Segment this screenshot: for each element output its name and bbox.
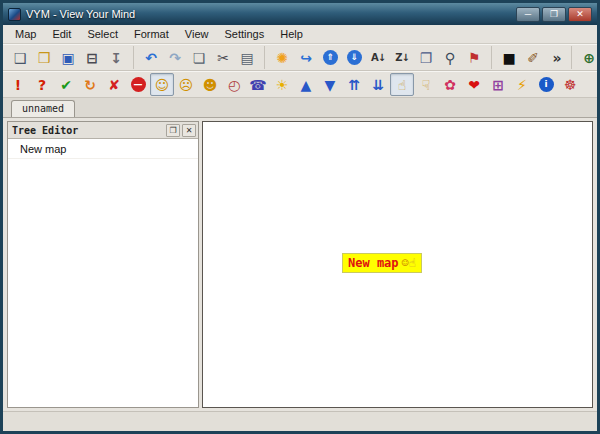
zoom-in-button[interactable]: ⊕ [577, 46, 600, 69]
smiley-happy-icon: ☺ [402, 256, 409, 270]
flag-arrow-up-button[interactable]: ▲ [294, 73, 318, 96]
export-map-button[interactable]: ↧ [104, 46, 128, 69]
toolbar-group: ❑❒▣⊟↧ [6, 46, 130, 69]
flag-present-button[interactable]: ⊞ [486, 73, 510, 96]
flag-heart-button[interactable]: ❤ [462, 73, 486, 96]
question-icon: ? [38, 78, 46, 92]
toolbar-overflow-button[interactable]: » [545, 46, 569, 69]
sort-za-icon: Z↓ [395, 53, 409, 63]
relink-branch-button[interactable]: ↪ [294, 46, 318, 69]
map-canvas[interactable]: New map ☺☝ [202, 121, 593, 408]
flag-smiley-good-button[interactable]: ☺ [150, 73, 174, 96]
undo-button[interactable]: ↶ [139, 46, 163, 69]
standard-color-button[interactable]: ■ [497, 46, 521, 69]
map-node-new-map[interactable]: New map ☺☝ [342, 253, 422, 273]
menu-map[interactable]: Map [7, 26, 44, 42]
toolbar-group: ✺↪⇑⇓A↓Z↓❐⚲⚑ [264, 46, 488, 69]
cut-button[interactable]: ✂ [211, 46, 235, 69]
chevron-right-icon: » [552, 51, 561, 65]
flag-flash-button[interactable]: ⚡ [510, 73, 534, 96]
open-folder-icon: ❒ [38, 51, 51, 65]
checkmark-icon: ✔ [60, 78, 72, 92]
arrow-down-icon: ▼ [325, 78, 336, 92]
floppy-disk-icon: ▣ [61, 51, 74, 65]
flag-2arrow-down-button[interactable]: ⇊ [366, 73, 390, 96]
flag-info-button[interactable]: i [534, 73, 558, 96]
stop-sign-icon: — [131, 77, 146, 92]
menu-view[interactable]: View [177, 26, 217, 42]
cross-icon: ✘ [108, 78, 120, 92]
titlebar[interactable]: VYM - View Your Mind ─ ❐ ✕ [3, 3, 597, 25]
sort-children-az-button[interactable]: A↓ [366, 46, 390, 69]
tab-unnamed[interactable]: unnamed [11, 100, 75, 117]
flag-question-button[interactable]: ? [30, 73, 54, 96]
thumb-up-icon: ☝ [398, 78, 407, 92]
toolbar-group: ↶↷❏✂▤ [133, 46, 261, 69]
copy-button[interactable]: ❏ [187, 46, 211, 69]
add-branch-button[interactable]: ✺ [270, 46, 294, 69]
close-panel-button[interactable]: ✕ [182, 124, 196, 137]
print-button[interactable]: ⊟ [80, 46, 104, 69]
thumb-down-icon: ☟ [422, 78, 431, 92]
minimize-button[interactable]: ─ [516, 7, 540, 22]
menu-select[interactable]: Select [79, 26, 126, 42]
new-document-icon: ❑ [14, 51, 27, 65]
menu-format[interactable]: Format [126, 26, 177, 42]
flag-arrow-down-button[interactable]: ▼ [318, 73, 342, 96]
move-branch-up-button[interactable]: ⇑ [318, 46, 342, 69]
curved-arrow-icon: ↪ [300, 51, 312, 65]
flag-thumb-down-button[interactable]: ☟ [414, 73, 438, 96]
double-arrow-up-icon: ⇈ [348, 78, 360, 92]
flag-wip-button[interactable]: ↻ [78, 73, 102, 96]
map-node-label: New map [348, 256, 399, 270]
close-button[interactable]: ✕ [568, 7, 592, 22]
flag-smiley-omg-button[interactable]: ☻ [198, 73, 222, 96]
content-area: Tree Editor ❐ ✕ New map New map ☺☝ [3, 118, 597, 411]
flags-toolbar: !?✔↻✘—☺☹☻◴☎☀▲▼⇈⇊☝☟✿❤⊞⚡i☸ [3, 71, 597, 98]
menu-help[interactable]: Help [272, 26, 311, 42]
clipboard-icon: ▤ [240, 51, 253, 65]
main-toolbar: ❑❒▣⊟↧↶↷❏✂▤✺↪⇑⇓A↓Z↓❐⚲⚑■✐»⊕» [3, 44, 597, 71]
menu-edit[interactable]: Edit [44, 26, 79, 42]
flag-smiley-sad-button[interactable]: ☹ [174, 73, 198, 96]
flag-cross-button[interactable]: ✘ [102, 73, 126, 96]
find-button[interactable]: ⚲ [438, 46, 462, 69]
info-icon: i [539, 77, 554, 92]
zoom-in-icon: ⊕ [583, 51, 595, 65]
flag-stop-button[interactable]: — [126, 73, 150, 96]
lamp-icon: ☀ [276, 78, 289, 92]
circle-up-arrow-icon: ⇑ [323, 50, 338, 65]
flag-rose-button[interactable]: ✿ [438, 73, 462, 96]
open-map-button[interactable]: ❒ [32, 46, 56, 69]
tree-editor-titlebar[interactable]: Tree Editor ❐ ✕ [8, 122, 198, 139]
flag-ok-button[interactable]: ✔ [54, 73, 78, 96]
flag-clock-button[interactable]: ◴ [222, 73, 246, 96]
toolbar-group: ■✐» [491, 46, 571, 69]
hide-in-export-button[interactable]: ⚑ [462, 46, 486, 69]
export-icon: ↧ [110, 51, 122, 65]
menu-settings[interactable]: Settings [216, 26, 272, 42]
save-map-button[interactable]: ▣ [56, 46, 80, 69]
flag-lifebelt-button[interactable]: ☸ [558, 73, 582, 96]
paste-button[interactable]: ▤ [235, 46, 259, 69]
tree-item[interactable]: New map [8, 139, 198, 159]
new-map-button[interactable]: ❑ [8, 46, 32, 69]
toolbar-group: ⊕» [571, 46, 600, 69]
flag-2arrow-up-button[interactable]: ⇈ [342, 73, 366, 96]
toggle-scroll-button[interactable]: ❐ [414, 46, 438, 69]
window-icon: ❐ [420, 51, 433, 65]
flag-thumb-up-button[interactable]: ☝ [390, 73, 414, 96]
color-picker-button[interactable]: ✐ [521, 46, 545, 69]
sort-children-za-button[interactable]: Z↓ [390, 46, 414, 69]
flag-phone-button[interactable]: ☎ [246, 73, 270, 96]
tree-editor-panel: Tree Editor ❐ ✕ New map [7, 121, 199, 408]
move-branch-down-button[interactable]: ⇓ [342, 46, 366, 69]
printer-icon: ⊟ [86, 51, 98, 65]
flag-exclamation-button[interactable]: ! [6, 73, 30, 96]
undo-arrow-icon: ↶ [145, 51, 157, 65]
flag-lamp-button[interactable]: ☀ [270, 73, 294, 96]
float-panel-button[interactable]: ❐ [166, 124, 180, 137]
heart-icon: ❤ [468, 78, 480, 92]
maximize-button[interactable]: ❐ [542, 7, 566, 22]
redo-button[interactable]: ↷ [163, 46, 187, 69]
